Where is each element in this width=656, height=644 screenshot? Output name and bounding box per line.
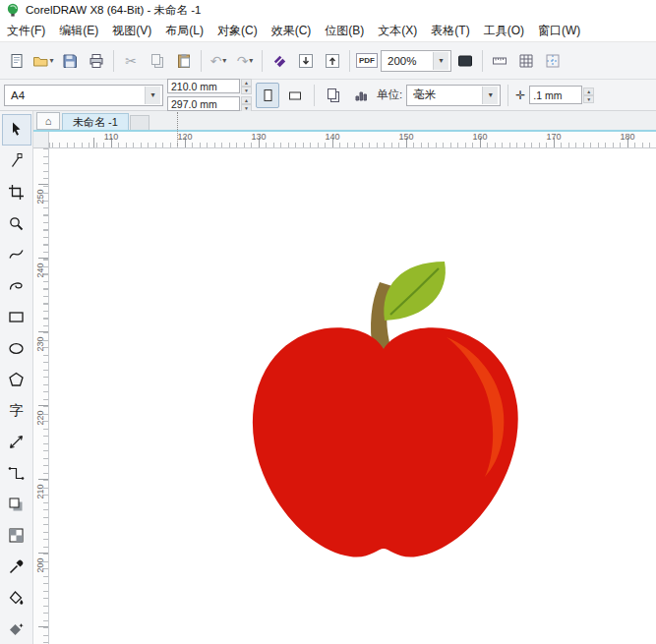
page-width-spinner[interactable]: ▲ ▼ [241,79,252,94]
crop-tool[interactable] [2,177,31,208]
all-pages-button[interactable] [322,83,345,108]
spin-down-icon[interactable]: ▼ [241,87,252,94]
save-icon [62,53,78,69]
home-icon: ⌂ [45,115,52,127]
smart-fill-tool[interactable] [2,614,31,644]
menu-view[interactable]: 视图(V) [105,20,158,42]
drop-shadow-tool[interactable] [2,489,31,520]
ruler-label: 130 [248,132,269,142]
ruler-position-marker[interactable] [177,112,178,146]
artistic-media-tool[interactable] [2,270,31,302]
separator [314,85,315,106]
property-bar: A4 ▾ 210.0 mm ▲ ▼ 297.0 mm ▲ ▼ [0,80,656,111]
interactive-fill-tool-icon [8,590,25,607]
redo-button[interactable]: ↷ ▾ [232,47,258,75]
text-tool[interactable]: 字 [2,395,31,427]
ellipse-tool[interactable] [2,332,31,364]
ruler-label: 140 [322,132,343,142]
page-size-select[interactable]: A4 ▾ [4,85,163,106]
home-button[interactable]: ⌂ [36,112,60,130]
polygon-tool[interactable] [2,364,31,395]
page-height-spinner[interactable]: ▲ ▼ [241,96,252,112]
menu-bitmaps[interactable]: 位图(B) [318,20,371,42]
color-eyedropper-tool[interactable] [2,552,31,583]
new-document-icon [9,53,25,69]
zoom-tool[interactable] [2,207,31,239]
search-content-button[interactable] [267,47,292,75]
menu-edit[interactable]: 编辑(E) [52,20,105,42]
menu-object[interactable]: 对象(C) [210,20,265,42]
spin-up-icon[interactable]: ▲ [241,96,252,104]
new-page-tab-button[interactable] [130,115,149,130]
paste-button[interactable] [171,47,197,75]
drawing-canvas[interactable] [49,148,656,644]
open-folder-icon [32,53,48,69]
nudge-spinner[interactable]: ▲ ▼ [583,88,594,103]
cut-button[interactable]: ✂ [118,47,144,75]
portrait-button[interactable] [256,83,279,108]
freehand-tool[interactable] [2,239,31,270]
publish-pdf-button[interactable]: PDF [354,47,380,75]
artistic-media-tool-icon [8,277,25,294]
export-icon [325,53,340,69]
nudge-distance-input[interactable]: .1 mm [529,86,582,104]
units-select[interactable]: 毫米 ▾ [406,85,501,106]
text-tool-icon: 字 [10,402,24,420]
fullscreen-preview-button[interactable] [452,47,478,75]
menu-layout[interactable]: 布局(L) [158,20,210,42]
new-document-button[interactable] [4,47,30,75]
horizontal-ruler[interactable]: 110 120 130 140 150 160 170 180 [33,132,656,148]
show-rulers-button[interactable] [487,47,512,75]
show-grid-button[interactable] [513,47,539,75]
shape-tool[interactable] [2,146,31,177]
menu-table[interactable]: 表格(T) [424,20,476,42]
zoom-level-value: 200% [388,55,416,67]
save-button[interactable] [57,47,83,75]
show-guidelines-button[interactable] [540,47,566,75]
rectangle-tool[interactable] [2,302,31,333]
ruler-label: 220 [35,407,45,429]
import-button[interactable] [293,47,319,75]
standard-toolbar: ▾ ✂ [0,42,656,80]
interactive-fill-tool[interactable] [2,582,31,614]
ruler-major-ticks [48,138,656,147]
spin-up-icon[interactable]: ▲ [583,88,594,95]
print-button[interactable] [84,47,109,75]
drawing-scale-button[interactable] [349,83,373,108]
parallel-dimension-tool[interactable] [2,427,31,458]
landscape-button[interactable] [283,83,307,108]
zoom-tool-icon [8,215,25,232]
ruler-origin-corner[interactable] [33,132,49,147]
chevron-down-icon[interactable]: ▾ [145,87,160,104]
vertical-ruler[interactable]: 250 240 230 220 210 200 [33,148,49,644]
canvas-row: 250 240 230 220 210 200 [33,148,656,644]
spin-up-icon[interactable]: ▲ [241,79,252,87]
copy-button[interactable] [145,47,170,75]
ruler-label: 200 [35,555,45,576]
apple-drawing[interactable] [246,259,527,563]
page-width-input[interactable]: 210.0 mm [167,79,240,93]
menu-effects[interactable]: 效果(C) [265,20,319,42]
undo-button[interactable]: ↶ ▾ [206,47,231,75]
export-button[interactable] [320,47,345,75]
menu-file[interactable]: 文件(F) [0,20,52,42]
spin-down-icon[interactable]: ▼ [583,95,594,103]
pick-tool[interactable] [2,114,31,146]
menu-window[interactable]: 窗口(W) [531,20,587,42]
chevron-down-icon[interactable]: ▾ [249,56,253,65]
chevron-down-icon[interactable]: ▾ [222,56,226,65]
document-tab[interactable]: 未命名 -1 [62,113,129,130]
bar-scale-icon [353,88,369,103]
transparency-tool[interactable] [2,520,31,552]
connector-tool[interactable] [2,457,31,489]
document-area: ⌂ 未命名 -1 110 120 130 140 150 160 170 180 [33,111,656,644]
menu-text[interactable]: 文本(X) [371,20,424,42]
zoom-level-select[interactable]: 200% ▾ [381,50,451,72]
search-content-icon [271,53,287,69]
menu-tools[interactable]: 工具(O) [477,20,531,42]
chevron-down-icon[interactable]: ▾ [49,56,53,65]
chevron-down-icon[interactable]: ▾ [433,52,448,70]
open-button[interactable]: ▾ [30,47,56,75]
page-height-input[interactable]: 297.0 mm [167,96,240,111]
chevron-down-icon[interactable]: ▾ [482,87,498,104]
